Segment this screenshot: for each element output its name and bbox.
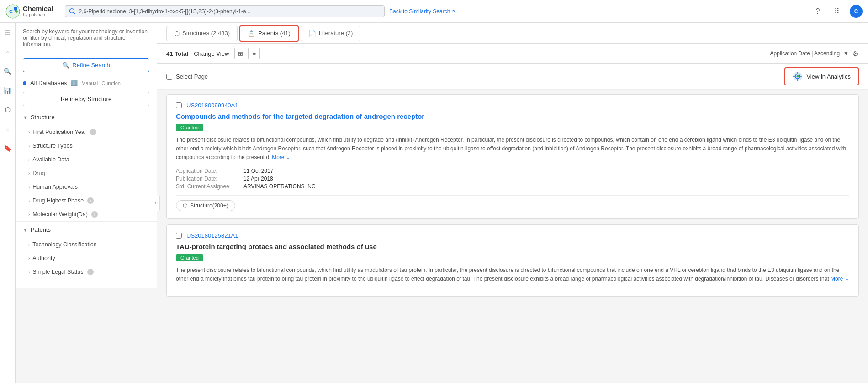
chevron-right-icon: › bbox=[28, 270, 30, 275]
info-icon: i bbox=[87, 269, 94, 275]
tab-literature[interactable]: 📄 Literature (2) bbox=[301, 26, 360, 41]
sidebar-search-icon[interactable]: 🔍 bbox=[2, 66, 13, 77]
card-abstract: The present disclosure relates to bifunc… bbox=[176, 266, 849, 283]
content-area: ⬡ Structures (2,483) 📋 Patents (41) 📄 Li… bbox=[157, 23, 868, 383]
filter-panel: Search by keyword for your technology or… bbox=[16, 23, 157, 288]
result-checkbox[interactable] bbox=[176, 233, 182, 239]
filter-available-data[interactable]: › Available Data bbox=[16, 153, 157, 166]
filter-drug-highest-phase[interactable]: › Drug Highest Phase i bbox=[16, 194, 157, 207]
patents-tab-icon: 📋 bbox=[248, 30, 255, 37]
filter-item-label: Drug Highest Phase bbox=[32, 197, 84, 204]
sort-dropdown-icon[interactable]: ▼ bbox=[843, 50, 849, 57]
curation-label: Curation bbox=[101, 80, 121, 86]
tab-patents[interactable]: 📋 Patents (41) bbox=[239, 25, 299, 42]
database-row: All Databases ℹ️ Manual Curation bbox=[16, 77, 157, 89]
filter-item-label: Structure Types bbox=[32, 143, 72, 149]
filter-drug[interactable]: › Drug bbox=[16, 166, 157, 180]
card-header: US20180125821A1 bbox=[176, 232, 849, 239]
result-checkbox[interactable] bbox=[176, 102, 182, 108]
status-badge: Granted bbox=[176, 124, 203, 131]
tab-structures[interactable]: ⬡ Structures (2,483) bbox=[166, 26, 238, 41]
filter-description: Search by keyword for your technology or… bbox=[16, 23, 157, 53]
filter-first-pub-year[interactable]: › First Publication Year i bbox=[16, 125, 157, 139]
filter-item-label: Technology Classification bbox=[32, 241, 96, 248]
chevron-right-icon: › bbox=[28, 157, 30, 162]
db-label[interactable]: All Databases bbox=[30, 80, 67, 86]
patents-section: ▼ Patents › Technology Classification › … bbox=[16, 221, 157, 279]
results-list: US20180099940A1 Compounds and methods fo… bbox=[157, 90, 868, 383]
filter-item-label: Molecular Weight(Da) bbox=[32, 211, 88, 218]
search-bar[interactable] bbox=[65, 5, 385, 17]
select-page-checkbox[interactable] bbox=[166, 74, 172, 80]
app-sub: by patsnap bbox=[23, 12, 53, 17]
refine-structure-button[interactable]: Refine by Structure bbox=[23, 92, 149, 106]
nav-right: ? ⠿ C bbox=[811, 5, 863, 18]
more-link[interactable]: More ⌄ bbox=[829, 276, 849, 282]
chevron-right-icon: › bbox=[28, 242, 30, 247]
sidebar-home-icon[interactable]: ⌂ bbox=[2, 47, 13, 58]
info-icon: i bbox=[87, 197, 94, 204]
chevron-right-icon: › bbox=[28, 212, 30, 217]
sidebar-chart-icon[interactable]: 📊 bbox=[2, 85, 13, 96]
card-separator bbox=[176, 195, 849, 196]
card-meta: Application Date: 11 Oct 2017 Publicatio… bbox=[176, 168, 849, 190]
meta-publication-date: Publication Date: 12 Apr 2018 bbox=[176, 176, 849, 182]
structure-count-label: Structure(200+) bbox=[190, 202, 228, 209]
select-page-label: Select Page bbox=[176, 73, 208, 80]
structure-section-header[interactable]: ▼ Structure bbox=[16, 109, 157, 125]
more-link[interactable]: More ⌄ bbox=[270, 154, 291, 160]
view-in-analytics-button[interactable]: View in Analytics bbox=[784, 67, 859, 85]
chevron-down-icon: ▼ bbox=[23, 115, 28, 120]
structure-icon: ⬡ bbox=[183, 202, 187, 209]
back-to-search-link[interactable]: Back to Similarity Search ↖ bbox=[389, 8, 456, 15]
list-view-button[interactable]: ≡ bbox=[248, 48, 260, 59]
structures-tab-icon: ⬡ bbox=[174, 30, 180, 37]
result-card: US20180099940A1 Compounds and methods fo… bbox=[166, 94, 859, 219]
sidebar-menu-icon[interactable]: ☰ bbox=[2, 27, 13, 38]
patents-section-label: Patents bbox=[31, 226, 51, 233]
svg-point-3 bbox=[15, 10, 18, 13]
filter-technology-classification[interactable]: › Technology Classification bbox=[16, 238, 157, 251]
search-input[interactable] bbox=[79, 8, 381, 15]
manual-label: Manual bbox=[81, 80, 98, 86]
card-abstract: The present disclosure relates to bifunc… bbox=[176, 136, 849, 162]
avatar[interactable]: C bbox=[850, 5, 863, 18]
filter-human-approvals[interactable]: › Human Approvals bbox=[16, 180, 157, 194]
patents-section-header[interactable]: ▼ Patents bbox=[16, 222, 157, 238]
filter-simple-legal-status[interactable]: › Simple Legal Status i bbox=[16, 265, 157, 279]
refine-icon: 🔍 bbox=[62, 62, 69, 69]
filter-authority[interactable]: › Authority bbox=[16, 251, 157, 265]
refine-search-button[interactable]: 🔍 Refine Search bbox=[23, 58, 149, 72]
help-button[interactable]: ? bbox=[811, 5, 824, 18]
sidebar-molecule-icon[interactable]: ⬡ bbox=[2, 104, 13, 115]
structure-button[interactable]: ⬡ Structure(200+) bbox=[176, 200, 235, 211]
patent-id[interactable]: US20180099940A1 bbox=[186, 102, 238, 109]
collapse-panel-button[interactable]: ‹ bbox=[152, 195, 160, 211]
settings-button[interactable]: ⚙ bbox=[852, 49, 859, 58]
total-count: 41 Total bbox=[166, 50, 188, 57]
status-badge: Granted bbox=[176, 254, 203, 261]
chevron-right-icon: › bbox=[28, 144, 30, 149]
chevron-right-icon: › bbox=[28, 171, 30, 176]
sort-area: Application Date | Ascending ▼ ⚙ bbox=[770, 49, 859, 58]
filter-wrapper: Search by keyword for your technology or… bbox=[16, 23, 157, 383]
literature-tab-icon: 📄 bbox=[308, 30, 316, 37]
patent-title[interactable]: TAU-protein targeting protacs and associ… bbox=[176, 243, 849, 250]
grid-view-button[interactable]: ⊞ bbox=[234, 48, 246, 59]
sidebar-list-icon[interactable]: ≡ bbox=[2, 123, 13, 134]
app-name: Chemical bbox=[23, 5, 53, 13]
filter-item-label: Authority bbox=[32, 255, 55, 261]
filter-molecular-weight[interactable]: › Molecular Weight(Da) i bbox=[16, 207, 157, 221]
search-icon bbox=[69, 8, 76, 15]
svg-line-5 bbox=[74, 12, 75, 14]
svg-point-12 bbox=[797, 75, 799, 78]
sidebar-bookmark-icon[interactable]: 🔖 bbox=[2, 143, 13, 154]
filter-structure-types[interactable]: › Structure Types bbox=[16, 139, 157, 153]
tab-literature-label: Literature (2) bbox=[319, 30, 353, 37]
chevron-right-icon: › bbox=[28, 198, 30, 203]
chevron-down-icon: ▼ bbox=[23, 227, 28, 233]
info-icon: i bbox=[91, 211, 98, 218]
patent-title[interactable]: Compounds and methods for the targeted d… bbox=[176, 112, 849, 120]
apps-button[interactable]: ⠿ bbox=[831, 5, 843, 18]
patent-id[interactable]: US20180125821A1 bbox=[186, 232, 238, 239]
